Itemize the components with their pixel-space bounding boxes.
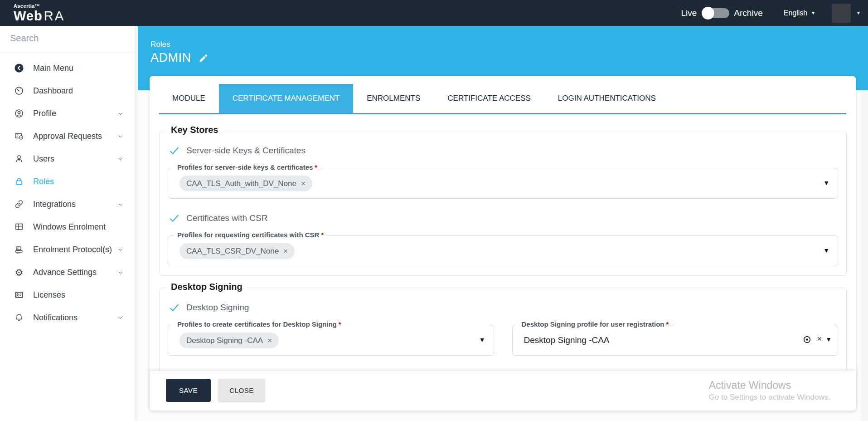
edit-pencil-icon[interactable] [199,53,209,63]
language-label: English [784,9,807,17]
person-icon [14,153,24,164]
id-card-icon [14,289,24,300]
checkbox-label: Desktop Signing [186,303,249,313]
sidebar-item-dashboard[interactable]: Dashboard [0,79,135,102]
sidebar-item-label: Enrolment Protocol(s) [33,245,117,255]
chevron-down-icon[interactable] [117,133,124,140]
sidebar-item-profile[interactable]: Profile [0,102,135,125]
topbar-controls: Live Archive English ▼ ▼ [681,4,868,23]
chevron-down-icon[interactable] [117,156,124,162]
breadcrumb: Roles [150,40,209,49]
desktop-signing-checkbox-row[interactable]: Desktop Signing [169,302,846,313]
checkbox-label: Certificates with CSR [186,213,268,223]
dropdown-caret-icon[interactable]: ▼ [823,247,829,254]
key-stores-section: Key Stores Server-side Keys & Certificat… [159,131,847,276]
desktop-signing-profiles-field[interactable]: Profiles to create certificates for Desk… [168,325,494,356]
sidebar-item-licenses[interactable]: Licenses [0,284,135,306]
app-logo: Ascertia™ WebRA [14,4,65,23]
tab-enrolments[interactable]: ENROLMENTS [353,84,434,113]
sidebar-item-roles[interactable]: Roles [0,170,135,193]
link-icon [14,199,24,210]
chip-remove-icon[interactable]: × [267,336,272,345]
sidebar-item-label: Notifications [33,313,117,323]
sidebar-item-enrolment-protocols[interactable]: Enrolment Protocol(s) [0,238,135,261]
checkmark-icon[interactable] [169,302,180,313]
checkmark-icon[interactable] [169,145,180,156]
sidebar-item-label: Windows Enrolment [33,222,124,232]
sidebar-item-notifications[interactable]: Notifications [0,306,135,329]
sidebar-scrollbar[interactable] [135,26,138,421]
sidebar-item-label: Approval Requests [33,132,117,141]
person-circle-icon [14,108,24,119]
tab-login-authentications[interactable]: LOGIN AUTHENTICATIONS [544,84,669,113]
clear-icon[interactable]: × [817,334,822,344]
page-title: ADMIN [150,51,191,65]
windows-icon [14,221,24,232]
top-bar: Ascertia™ WebRA Live Archive English ▼ ▼ [0,0,868,26]
required-asterisk: * [339,320,341,328]
gauge-icon [14,85,24,96]
checkmark-icon[interactable] [169,212,180,224]
dropdown-caret-icon[interactable]: ▼ [479,336,485,343]
device-icon [14,244,24,255]
csr-profiles-field[interactable]: Profiles for requesting certificates wit… [168,235,838,266]
sidebar-item-integrations[interactable]: Integrations [0,193,135,215]
selected-profile-chip[interactable]: CAA_TLS_CSR_DV_None× [179,243,295,259]
section-legend: Key Stores [167,125,223,135]
tab-certificate-management[interactable]: CERTIFICATE MANAGEMENT [219,84,353,113]
bell-icon [14,312,24,323]
sidebar-item-label: Integrations [33,200,117,209]
language-dropdown[interactable]: English ▼ [784,9,815,17]
selected-profile-chip[interactable]: Desktop Signing -CAA× [179,333,279,348]
field-label: Profiles for requesting certificates wit… [174,231,327,239]
close-button[interactable]: CLOSE [218,379,265,402]
tab-bar: MODULE CERTIFICATE MANAGEMENT ENROLMENTS… [150,76,856,113]
server-side-keys-checkbox-row[interactable]: Server-side Keys & Certificates [169,145,846,156]
chevron-down-icon[interactable] [117,269,124,276]
selected-profile-chip[interactable]: CAA_TLS_Auth_with_DV_None× [179,176,312,191]
chip-remove-icon[interactable]: × [283,247,288,256]
csr-checkbox-row[interactable]: Certificates with CSR [169,212,846,224]
toggle-knob[interactable] [702,7,714,20]
chevron-down-icon[interactable] [117,246,124,253]
tab-certificate-access[interactable]: CERTIFICATE ACCESS [434,84,544,113]
field-label: Profiles to create certificates for Desk… [174,320,344,328]
sidebar-item-advance-settings[interactable]: ⚙ Advance Settings [0,261,135,284]
chevron-down-icon[interactable] [117,110,124,117]
chevron-down-icon[interactable] [117,314,124,321]
chip-remove-icon[interactable]: × [301,179,305,188]
eye-icon[interactable] [803,335,811,344]
search-input[interactable] [10,33,130,44]
sidebar-item-approval-requests[interactable]: Approval Requests [0,125,135,147]
role-detail-card: MODULE CERTIFICATE MANAGEMENT ENROLMENTS… [150,76,856,411]
sidebar-item-users[interactable]: Users [0,147,135,170]
user-menu-chevron-down-icon[interactable]: ▼ [856,10,861,15]
sidebar: Main Menu Dashboard Profile Approval Req… [0,26,135,421]
server-side-profiles-field[interactable]: Profiles for server-side keys & certific… [168,168,838,199]
required-asterisk: * [321,231,324,239]
sidebar-item-label: Profile [33,109,117,118]
back-circle-icon [14,63,24,73]
save-button[interactable]: SAVE [166,379,211,402]
dropdown-caret-icon[interactable]: ▼ [825,336,832,343]
chevron-down-icon[interactable] [117,201,124,208]
windows-activation-watermark: Activate Windows Go to Settings to activ… [709,379,830,402]
page-scrollbar[interactable] [862,90,868,421]
tab-module[interactable]: MODULE [159,84,219,113]
sidebar-item-label: Licenses [33,290,124,300]
sidebar-item-windows-enrolment[interactable]: Windows Enrolment [0,215,135,238]
sidebar-item-label: Dashboard [33,86,124,96]
live-archive-toggle[interactable] [703,8,729,18]
section-legend: Desktop Signing [167,282,247,292]
brand-small: Ascertia™ [14,4,65,9]
user-registration-profile-field[interactable]: Desktop Signing profile for user registr… [512,325,839,356]
required-asterisk: * [666,320,669,328]
sidebar-item-main-menu[interactable]: Main Menu [0,57,135,79]
checkbox-label: Server-side Keys & Certificates [186,146,305,156]
sidebar-item-label: Roles [33,177,124,186]
brand-large: WebRA [14,9,65,23]
dropdown-caret-icon[interactable]: ▼ [823,179,829,186]
gear-icon: ⚙ [14,267,24,278]
avatar[interactable] [832,4,851,23]
page-header: Roles ADMIN [150,40,209,65]
